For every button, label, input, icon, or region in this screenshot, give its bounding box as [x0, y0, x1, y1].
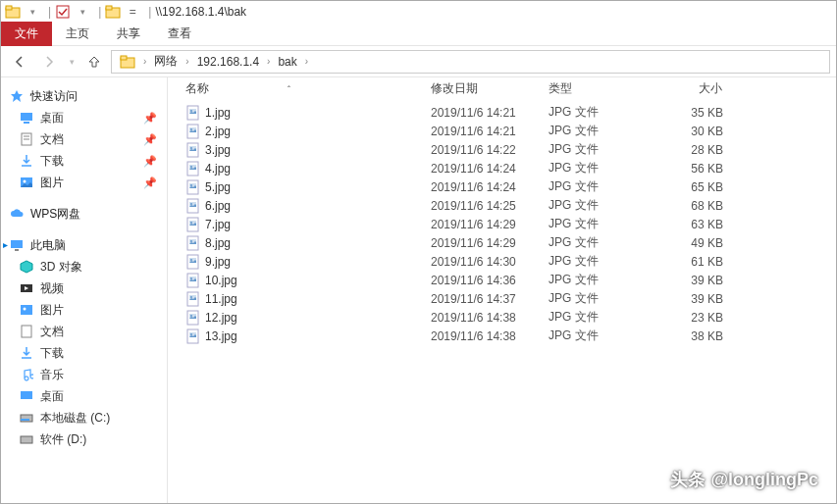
cell-type: JPG 文件 [543, 216, 651, 232]
table-row[interactable]: 13.jpg2019/11/6 14:38JPG 文件38 KB [168, 327, 836, 345]
file-name: 8.jpg [205, 236, 231, 250]
cell-size: 23 KB [651, 311, 729, 325]
titlebar: ▾ | ▾ | = | \\192.168.1.4\bak [1, 1, 836, 23]
cell-type: JPG 文件 [543, 123, 651, 139]
svg-point-55 [190, 277, 192, 279]
table-row[interactable]: 1.jpg2019/11/6 14:21JPG 文件35 KB [168, 103, 836, 122]
sidebar-music[interactable]: 音乐 [1, 364, 167, 385]
down-arrow-icon[interactable]: ▾ [25, 4, 40, 20]
folder-icon [5, 4, 21, 20]
sidebar-label: 视频 [40, 279, 64, 297]
recent-dropdown[interactable]: ▾ [66, 49, 78, 75]
sidebar-downloads[interactable]: 下载 📌 [1, 150, 167, 172]
table-row[interactable]: 6.jpg2019/11/6 14:25JPG 文件68 KB [168, 196, 836, 215]
pin-icon: 📌 [143, 109, 157, 126]
table-row[interactable]: 4.jpg2019/11/6 14:24JPG 文件56 KB [168, 159, 836, 177]
tab-home[interactable]: 主页 [52, 22, 103, 46]
sidebar-label: 桌面 [40, 387, 64, 405]
cell-date: 2019/11/6 14:25 [425, 199, 543, 213]
sidebar-desktop[interactable]: 桌面 📌 [1, 107, 167, 128]
file-name: 1.jpg [205, 106, 231, 120]
breadcrumb-network[interactable]: 网络 [150, 51, 182, 72]
sidebar-wps[interactable]: WPS网盘 [1, 203, 167, 225]
breadcrumb-folder[interactable]: bak [274, 53, 300, 71]
table-row[interactable]: 7.jpg2019/11/6 14:29JPG 文件63 KB [168, 215, 836, 233]
cell-size: 39 KB [651, 292, 729, 306]
file-name: 5.jpg [205, 180, 231, 194]
file-name: 6.jpg [205, 199, 231, 213]
cell-date: 2019/11/6 14:29 [425, 218, 543, 231]
col-date[interactable]: 修改日期 [425, 76, 543, 101]
cell-date: 2019/11/6 14:29 [425, 236, 543, 250]
down-arrow-icon-2[interactable]: ▾ [75, 4, 90, 20]
table-row[interactable]: 11.jpg2019/11/6 14:37JPG 文件39 KB [168, 289, 836, 308]
svg-rect-6 [121, 56, 127, 60]
sidebar-pictures[interactable]: 图片 📌 [1, 172, 167, 193]
back-button[interactable] [7, 49, 32, 75]
sidebar-label: 桌面 [40, 109, 64, 126]
image-file-icon [185, 161, 201, 176]
sidebar-downloads2[interactable]: 下载 [1, 342, 167, 364]
chevron-right-icon[interactable]: ▸ [3, 236, 8, 254]
sidebar-3d-objects[interactable]: 3D 对象 [1, 256, 167, 277]
cell-type: JPG 文件 [543, 272, 651, 288]
sidebar-disk-c[interactable]: 本地磁盘 (C:) [1, 407, 167, 428]
cell-date: 2019/11/6 14:30 [425, 255, 543, 269]
table-row[interactable]: 2.jpg2019/11/6 14:21JPG 文件30 KB [168, 122, 836, 140]
folder-small-icon [105, 4, 121, 20]
table-row[interactable]: 3.jpg2019/11/6 14:22JPG 文件28 KB [168, 140, 836, 159]
sidebar-documents2[interactable]: 文档 [1, 321, 167, 342]
cell-name: 2.jpg [180, 124, 425, 139]
table-row[interactable]: 5.jpg2019/11/6 14:24JPG 文件65 KB [168, 177, 836, 196]
breadcrumb-host[interactable]: 192.168.1.4 [193, 53, 263, 71]
tab-share[interactable]: 共享 [103, 22, 154, 46]
table-row[interactable]: 12.jpg2019/11/6 14:38JPG 文件23 KB [168, 308, 836, 327]
sidebar-videos[interactable]: 视频 [1, 277, 167, 299]
cloud-icon [9, 206, 25, 222]
svg-rect-24 [21, 419, 29, 421]
tab-file[interactable]: 文件 [1, 22, 52, 46]
download-icon [19, 345, 34, 361]
picture-icon [19, 302, 34, 318]
sidebar-disk-d[interactable]: 软件 (D:) [1, 428, 167, 450]
svg-rect-2 [57, 6, 69, 18]
image-file-icon [185, 124, 201, 139]
col-name[interactable]: 名称 ˆ [180, 76, 425, 101]
caret-icon[interactable]: › [263, 56, 274, 67]
up-button[interactable] [81, 49, 107, 75]
table-row[interactable]: 10.jpg2019/11/6 14:36JPG 文件39 KB [168, 271, 836, 289]
pin-icon: 📌 [143, 130, 157, 148]
checkbox-icon[interactable] [55, 4, 71, 20]
forward-button[interactable] [36, 49, 62, 75]
cell-name: 9.jpg [180, 254, 425, 270]
cell-name: 7.jpg [180, 217, 425, 232]
disk-icon [19, 431, 34, 447]
caret-icon[interactable]: › [182, 56, 192, 67]
sidebar-pictures2[interactable]: 图片 [1, 299, 167, 321]
caret-icon[interactable]: › [139, 56, 150, 67]
cell-name: 4.jpg [180, 161, 425, 176]
address-bar[interactable]: › 网络 › 192.168.1.4 › bak › [111, 50, 830, 74]
document-icon [19, 324, 34, 339]
col-size[interactable]: 大小 [651, 76, 729, 101]
svg-marker-7 [11, 90, 23, 102]
file-list[interactable]: 1.jpg2019/11/6 14:21JPG 文件35 KB2.jpg2019… [168, 101, 836, 503]
sidebar-quick-access[interactable]: 快速访问 [1, 85, 167, 107]
sidebar-documents[interactable]: 文档 📌 [1, 128, 167, 150]
svg-rect-16 [15, 249, 19, 251]
sidebar-label: 下载 [40, 152, 64, 170]
sidebar-desktop2[interactable]: 桌面 [1, 385, 167, 407]
sidebar-label: 下载 [40, 344, 64, 362]
tab-view[interactable]: 查看 [154, 22, 205, 46]
table-row[interactable]: 8.jpg2019/11/6 14:29JPG 文件49 KB [168, 233, 836, 252]
cell-date: 2019/11/6 14:37 [425, 292, 543, 306]
file-name: 11.jpg [205, 292, 237, 306]
cell-name: 6.jpg [180, 198, 425, 214]
caret-icon[interactable]: › [301, 56, 312, 67]
table-row[interactable]: 9.jpg2019/11/6 14:30JPG 文件61 KB [168, 252, 836, 271]
cell-size: 49 KB [651, 236, 729, 250]
cell-date: 2019/11/6 14:24 [425, 180, 543, 194]
col-type[interactable]: 类型 [543, 76, 651, 101]
cell-size: 28 KB [651, 143, 729, 157]
sidebar-this-pc[interactable]: ▸ 此电脑 [1, 234, 167, 256]
